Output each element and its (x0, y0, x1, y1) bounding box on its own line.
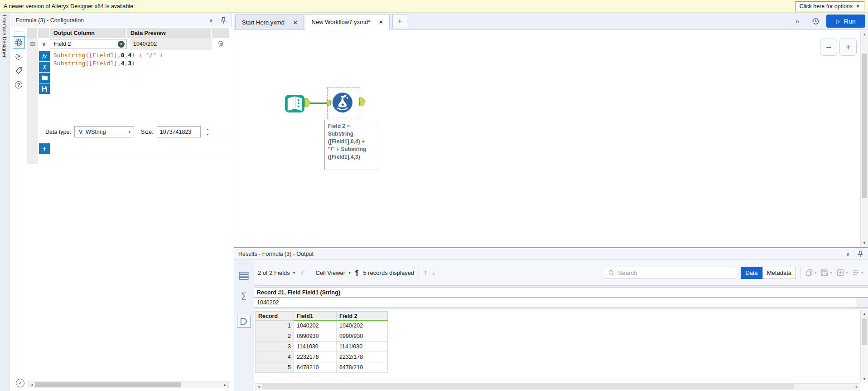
scrollbar-thumb[interactable] (35, 382, 181, 387)
update-options-button[interactable]: Click here for options ▼ (795, 1, 864, 11)
workflow-dependencies-button[interactable] (13, 50, 25, 63)
pin-icon[interactable] (857, 250, 863, 258)
table-row[interactable]: 564782106478/210 (256, 362, 388, 373)
table-row[interactable]: 311410301141/030 (256, 342, 388, 352)
scroll-right-icon[interactable]: ► (222, 383, 228, 386)
data-cell[interactable]: 6478/210 (337, 362, 388, 373)
size-field[interactable]: 1073741823 (157, 126, 201, 137)
scroll-down-icon[interactable]: ▼ (861, 241, 868, 244)
expression-row[interactable]: ∨ Field 2 × 1040/202 (27, 38, 229, 50)
scroll-left-icon[interactable]: ◄ (256, 385, 262, 388)
new-window-button[interactable]: ▾ (837, 269, 848, 276)
drag-grip-icon[interactable]: ····· (239, 262, 249, 267)
spin-down-icon[interactable]: ▼ (204, 132, 211, 138)
interface-designer-rail[interactable]: Interface Designer (0, 13, 10, 391)
record-number-cell[interactable]: 1 (256, 321, 294, 331)
scroll-up-icon[interactable]: ▲ (861, 312, 868, 315)
scrollbar-thumb[interactable] (262, 384, 794, 389)
results-search[interactable] (604, 267, 736, 279)
next-record-button[interactable]: ↓ (432, 269, 435, 277)
data-cell[interactable]: 2232/178 (337, 352, 388, 362)
zoom-in-button[interactable]: + (839, 39, 857, 56)
scroll-right-icon[interactable]: ► (854, 385, 860, 388)
scroll-down-icon[interactable]: ▼ (861, 377, 868, 381)
annotation-tab-button[interactable] (13, 64, 25, 77)
close-tab-icon[interactable]: × (379, 19, 383, 25)
save-expression-button[interactable] (39, 83, 50, 94)
open-expression-button[interactable] (39, 73, 50, 83)
data-type-select[interactable]: V_WString ▾ (74, 126, 134, 137)
data-cell[interactable]: 0990/930 (337, 331, 388, 342)
record-number-cell[interactable]: 2 (256, 331, 294, 342)
version-history-button[interactable] (808, 15, 823, 28)
scroll-left-icon[interactable]: ◄ (29, 383, 35, 386)
spin-up-icon[interactable]: ▲ (204, 126, 211, 132)
grid-vertical-scrollbar[interactable]: ▲ ▼ (860, 310, 868, 382)
tab-start-here[interactable]: Start Here.yxmd × (235, 15, 304, 29)
grid-horizontal-scrollbar[interactable]: ◄ ► (255, 383, 860, 390)
column-header[interactable]: Record (256, 312, 294, 321)
collapse-panel-icon[interactable]: ∨ (209, 17, 213, 24)
formula-tool[interactable] (332, 92, 353, 113)
tab-overflow-button[interactable]: » (790, 15, 805, 28)
drag-handle-icon[interactable] (27, 38, 38, 50)
zoom-out-button[interactable]: − (820, 39, 837, 56)
output-anchor-icon[interactable] (359, 98, 366, 106)
delete-expression-button[interactable] (212, 40, 229, 48)
expand-row-icon[interactable]: ∨ (38, 41, 50, 47)
help-button[interactable]: ? (13, 78, 25, 91)
copy-button[interactable]: ▾ (805, 269, 817, 276)
fields-dropdown[interactable]: 2 of 2 Fields ▾ (258, 269, 295, 276)
formula-code[interactable]: Substring([Field1],0,4) + "/" +Substring… (50, 51, 229, 120)
tool-annotation[interactable]: Field 2 = Substring ([Field1],0,4) + "/"… (324, 120, 379, 170)
data-cell[interactable]: 6478210 (294, 362, 337, 373)
view-options-button[interactable]: ▾ (852, 269, 863, 276)
previous-record-button[interactable]: ↑ (424, 269, 427, 277)
scrollbar-thumb[interactable] (862, 318, 867, 345)
record-view-button[interactable] (237, 315, 251, 327)
configuration-horizontal-scrollbar[interactable]: ◄ ► (28, 381, 229, 388)
scroll-up-icon[interactable]: ▲ (861, 33, 868, 36)
save-results-button[interactable]: ▾ (821, 269, 832, 276)
tab-new-workflow7[interactable]: New Workflow7.yxmd* × (305, 14, 390, 30)
search-input[interactable] (618, 269, 732, 276)
formula-line[interactable]: Substring([Field1],0,4) + "/" + (53, 51, 229, 59)
text-input-tool[interactable] (284, 93, 305, 114)
aggregate-view-button[interactable]: ∑ (237, 289, 251, 302)
record-number-cell[interactable]: 4 (256, 352, 294, 362)
record-number-cell[interactable]: 5 (256, 362, 294, 373)
collapse-panel-icon[interactable]: ∨ (846, 251, 850, 257)
layout-view-button[interactable] (237, 269, 251, 282)
clear-field-icon[interactable]: × (118, 41, 125, 48)
pin-icon[interactable] (220, 17, 227, 24)
data-cell[interactable]: 1040202 (294, 321, 337, 331)
data-cell[interactable]: 1040/202 (337, 321, 388, 331)
drag-grip-icon[interactable]: ····· (14, 30, 24, 34)
workflow-canvas[interactable]: − + (234, 30, 868, 247)
output-anchor-icon[interactable] (304, 98, 311, 107)
configuration-tab-button[interactable] (13, 36, 25, 49)
data-cell[interactable]: 1141/030 (337, 342, 388, 352)
column-header[interactable]: Field1 (294, 312, 337, 321)
run-button[interactable]: ▷ Run (826, 15, 865, 28)
add-expression-button[interactable]: + (39, 143, 50, 154)
table-row[interactable]: 209909300990/930 (256, 331, 388, 342)
whitespace-toggle-button[interactable]: ¶ (355, 269, 359, 276)
connection-line[interactable] (310, 103, 328, 104)
record-number-cell[interactable]: 3 (256, 342, 294, 352)
data-cell[interactable]: 0990930 (294, 331, 337, 342)
metadata-tab-button[interactable]: Metadata (762, 267, 796, 279)
functions-button[interactable]: fx (39, 51, 50, 61)
table-row[interactable]: 422321782232/178 (256, 352, 388, 362)
canvas-vertical-scrollbar[interactable]: ▲ ▼ (860, 30, 868, 247)
formula-line[interactable]: Substring([Field1],4,3) (53, 59, 229, 68)
column-header[interactable]: Field 2 (337, 312, 388, 321)
table-row[interactable]: 110402021040/202 (256, 321, 388, 331)
cell-viewer-scrollbar[interactable] (856, 298, 868, 308)
cell-value-field[interactable]: 1040202 (254, 298, 856, 308)
cell-viewer-dropdown[interactable]: Cell Viewer ▾ (316, 269, 351, 276)
data-cell[interactable]: 2232178 (294, 352, 337, 362)
data-cell[interactable]: 1141030 (294, 342, 337, 352)
scrollbar-thumb[interactable] (862, 54, 867, 198)
output-column-field[interactable]: Field 2 × (50, 39, 127, 49)
